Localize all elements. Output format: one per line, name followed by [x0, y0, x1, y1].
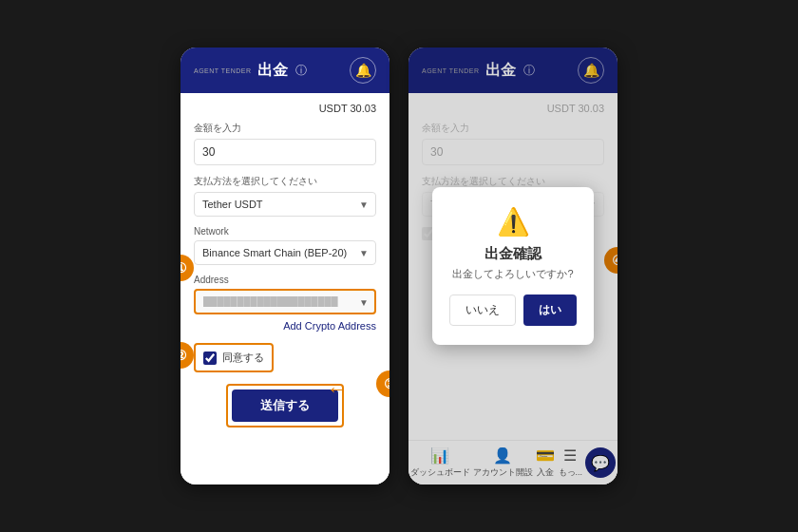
agree-row: 同意する — [194, 343, 274, 372]
submit-button[interactable]: 送信する — [232, 390, 338, 422]
left-app-header: AGENT TENDER 出金 ⓘ 🔔 — [180, 48, 390, 93]
left-phone: ① ② ③ ← AGENT TENDER 出金 ⓘ 🔔 USDT 30.03 金… — [180, 48, 390, 484]
info-icon: ⓘ — [295, 63, 307, 79]
modal-yes-button[interactable]: はい — [523, 294, 577, 326]
network-label: Network — [194, 226, 376, 237]
agree-text: 同意する — [222, 351, 264, 365]
address-select[interactable]: ████████████████████ — [194, 289, 376, 314]
network-select[interactable]: Binance Smart Chain (BEP-20) — [194, 240, 376, 265]
warning-icon: ⚠️ — [447, 206, 579, 238]
header-title: 出金 — [257, 61, 288, 81]
add-crypto-address-link[interactable]: Add Crypto Address — [194, 320, 376, 332]
right-phone: ④ ← AGENT TENDER 出金 ⓘ 🔔 USDT 30.03 余額を入力… — [408, 48, 618, 484]
payment-select[interactable]: Tether USDT — [194, 192, 376, 217]
modal-buttons: いいえ はい — [447, 294, 579, 326]
modal-no-button[interactable]: いいえ — [449, 294, 516, 326]
modal-overlay: ⚠️ 出金確認 出金してよろしいですか? いいえ はい — [408, 48, 618, 484]
confirm-modal: ⚠️ 出金確認 出金してよろしいですか? いいえ はい — [432, 187, 594, 345]
amount-input[interactable] — [194, 139, 376, 165]
header-left: AGENT TENDER 出金 ⓘ — [194, 61, 307, 81]
bell-button[interactable]: 🔔 — [350, 57, 376, 84]
payment-label: 支払方法を選択してください — [194, 175, 376, 188]
arrow-3: ← — [327, 377, 348, 402]
balance-display: USDT 30.03 — [194, 103, 376, 114]
modal-title: 出金確認 — [447, 245, 579, 263]
network-select-wrapper: Binance Smart Chain (BEP-20) ▼ — [194, 240, 376, 265]
agree-checkbox[interactable] — [203, 352, 217, 365]
brand-logo: AGENT TENDER — [194, 67, 252, 74]
amount-label: 金額を入力 — [194, 122, 376, 135]
left-content: USDT 30.03 金額を入力 支払方法を選択してください Tether US… — [180, 93, 390, 484]
address-label: Address — [194, 275, 376, 285]
modal-subtitle: 出金してよろしいですか? — [447, 267, 579, 281]
payment-select-wrapper: Tether USDT ▼ — [194, 192, 376, 217]
address-select-wrapper: ████████████████████ ▼ — [194, 289, 376, 314]
